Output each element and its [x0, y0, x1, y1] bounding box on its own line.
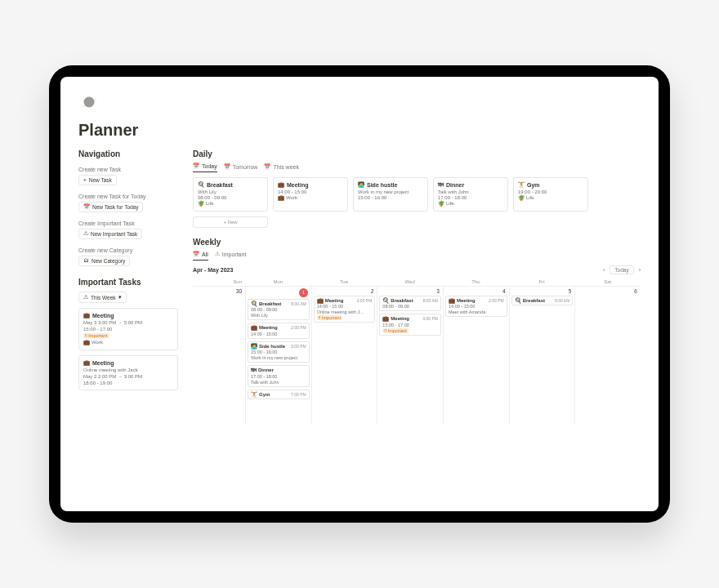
warning-icon: ⚠ — [83, 295, 88, 301]
calendar-dayname: Mon — [245, 278, 311, 286]
daily-card[interactable]: 🧑‍💻Side hustleWork in my new project15:0… — [353, 177, 428, 212]
new-important-task-button[interactable]: ⚠ New Important Task — [78, 229, 142, 239]
calendar-day-column[interactable]: 3🍳Breakfast8:00 AM08:00 - 09:00💼Meeting3… — [377, 286, 443, 425]
task-time: 15:00 - 17:00 — [83, 327, 173, 332]
weekly-range: Apr - May 2023 — [193, 267, 233, 273]
calendar-day-number: 3 — [379, 288, 441, 296]
create-important-task-label: Create Important Task — [78, 220, 178, 226]
warning-icon: ⚠ — [215, 252, 220, 257]
calendar-header: SunMonTueWedThuFriSat — [193, 278, 641, 286]
planet-logo-icon — [78, 91, 100, 113]
tablet-frame: Planner Navigation Create new Task + New… — [49, 65, 670, 523]
tab-today[interactable]: 📅Today — [193, 163, 217, 172]
calendar-dayname: Wed — [377, 278, 443, 286]
daily-card[interactable]: 💼Meeting14:00 - 15:00💼 Work — [273, 177, 348, 212]
page-title: Planner — [78, 121, 641, 140]
new-task-button[interactable]: + New Task — [78, 175, 117, 185]
calendar-event[interactable]: 🏋Gym7:00 PM — [248, 390, 310, 400]
calendar-icon: 📅 — [224, 164, 230, 170]
sidebar: Navigation Create new Task + New Task Cr… — [78, 149, 178, 511]
task-tag: Important — [88, 333, 107, 338]
create-category-label: Create new Category — [78, 247, 178, 253]
calendar-day-column[interactable]: 2💼Meeting2:00 PM14:00 - 15:00Online meet… — [311, 286, 377, 425]
calendar-event[interactable]: 🍳Breakfast8:00 AM — [511, 296, 574, 306]
calendar-day-column[interactable]: 4💼Meeting2:00 PM14:00 - 15:00Meet with A… — [443, 286, 509, 425]
new-category-button[interactable]: 🗂 New Category — [78, 256, 130, 266]
new-task-button-label: New Task — [89, 177, 112, 183]
screen: Planner Navigation Create new Task + New… — [60, 77, 659, 511]
create-task-label: Create new Task — [78, 167, 178, 172]
svg-point-0 — [84, 97, 95, 108]
task-title: Meeting — [92, 313, 114, 318]
briefcase-icon: 💼 — [83, 340, 90, 345]
calendar-day-number: 5 — [511, 288, 574, 296]
calendar-day-number: 2 — [314, 288, 376, 296]
folder-icon: 🗂 — [83, 258, 89, 264]
calendar-dayname: Sat — [574, 278, 641, 286]
calendar-event[interactable]: 🧑‍💻Side hustle3:00 PM15:00 - 16:00Work i… — [248, 341, 310, 363]
task-title: Meeting — [92, 360, 114, 366]
calendar-icon: 📅 — [193, 163, 199, 169]
task-time: 18:00 - 19:00 — [83, 381, 173, 385]
weekly-prev-button[interactable]: ‹ — [603, 267, 605, 273]
daily-heading: Daily — [193, 149, 641, 158]
important-task-card[interactable]: 💼 Meeting May 3 3:00 PM → 5:00 PM 15:00 … — [78, 308, 178, 350]
briefcase-icon: 💼 — [83, 313, 90, 318]
tab-this-week[interactable]: 📅This week — [264, 163, 299, 172]
weekly-today-button[interactable]: Today — [610, 265, 633, 274]
important-tasks-heading: Important Tasks — [78, 278, 178, 287]
plus-icon: + — [83, 177, 87, 183]
calendar-event[interactable]: 🍳Breakfast8:00 AM08:00 - 09:00With Lily — [248, 299, 310, 321]
daily-card[interactable]: 🍳BreakfastWith Lily08:00 - 09:00🪴 Life — [193, 177, 268, 212]
calendar-day-number: 1 — [248, 288, 310, 299]
create-task-today-label: Create new Task for Today — [78, 194, 178, 199]
calendar-icon: 📅 — [83, 204, 90, 210]
weekly-heading: Weekly — [193, 238, 641, 247]
new-task-today-button-label: New Task for Today — [92, 204, 138, 210]
task-when: May 2 2:00 PM → 3:00 PM — [83, 374, 173, 379]
daily-card[interactable]: 🍽DinnerTalk with John17:00 - 18:00🪴 Life — [433, 177, 508, 212]
calendar-body: 301🍳Breakfast8:00 AM08:00 - 09:00With Li… — [193, 286, 641, 425]
calendar-day-number: 4 — [445, 288, 507, 296]
calendar-day-column[interactable]: 1🍳Breakfast8:00 AM08:00 - 09:00With Lily… — [245, 286, 311, 425]
calendar-day-column[interactable]: 6 — [574, 286, 641, 425]
calendar-day-number: 6 — [577, 288, 639, 296]
calendar-event[interactable]: 💼Meeting2:00 PM14:00 - 15:00Online meeti… — [314, 296, 376, 323]
tab-tomorrow[interactable]: 📅Tomorrow — [224, 163, 258, 172]
chevron-down-icon: ▾ — [118, 294, 122, 301]
this-week-filter[interactable]: ⚠ This Week ▾ — [78, 292, 127, 303]
weekly-next-button[interactable]: › — [639, 267, 641, 273]
new-important-task-button-label: New Important Task — [91, 231, 137, 237]
new-category-button-label: New Category — [92, 258, 125, 264]
task-category: Work — [92, 340, 103, 345]
important-task-card[interactable]: 💼 Meeting Online meeting with Jack May 2… — [78, 355, 178, 390]
calendar-dayname: Sun — [193, 278, 245, 286]
calendar-dayname: Thu — [443, 278, 509, 286]
daily-cards-row: 🍳BreakfastWith Lily08:00 - 09:00🪴 Life💼M… — [193, 177, 641, 212]
calendar-event[interactable]: 💼Meeting2:00 PM14:00 - 15:00Meet with Am… — [445, 296, 507, 318]
new-task-today-button[interactable]: 📅 New Task for Today — [78, 202, 143, 212]
calendar-icon: 📅 — [193, 252, 199, 257]
tab-weekly-important[interactable]: ⚠Important — [215, 252, 247, 261]
task-when: May 3 3:00 PM → 5:00 PM — [83, 320, 173, 325]
daily-card[interactable]: 🏋Gym19:00 - 20:00🪴 Life — [513, 177, 588, 212]
weekly-tabs: 📅All ⚠Important — [193, 252, 641, 261]
calendar-day-column[interactable]: 5🍳Breakfast8:00 AM — [509, 286, 575, 425]
calendar-event[interactable]: 🍳Breakfast8:00 AM08:00 - 09:00 — [379, 296, 441, 312]
calendar-event[interactable]: 💼Meeting2:00 PM14:00 - 15:00 — [248, 323, 310, 339]
main-content: Daily 📅Today 📅Tomorrow 📅This week 🍳Break… — [193, 149, 641, 511]
tab-weekly-all[interactable]: 📅All — [193, 252, 208, 261]
daily-tabs: 📅Today 📅Tomorrow 📅This week — [193, 163, 641, 172]
calendar-event[interactable]: 🍽Dinner17:00 - 18:00Talk with John — [248, 365, 310, 387]
calendar-icon: 📅 — [264, 164, 270, 170]
warning-icon: ⚠ — [83, 231, 88, 237]
calendar-event[interactable]: 💼Meeting3:00 PM15:00 - 17:00‼ Important — [379, 314, 441, 336]
task-subtitle: Online meeting with Jack — [83, 368, 173, 372]
new-daily-card-button[interactable]: + New — [193, 216, 268, 228]
briefcase-icon: 💼 — [83, 360, 90, 366]
calendar-dayname: Fri — [509, 278, 575, 286]
this-week-filter-label: This Week — [91, 295, 116, 301]
calendar-day-column[interactable]: 30 — [193, 286, 245, 425]
calendar-day-number: 30 — [194, 288, 243, 296]
nav-heading: Navigation — [78, 149, 178, 158]
